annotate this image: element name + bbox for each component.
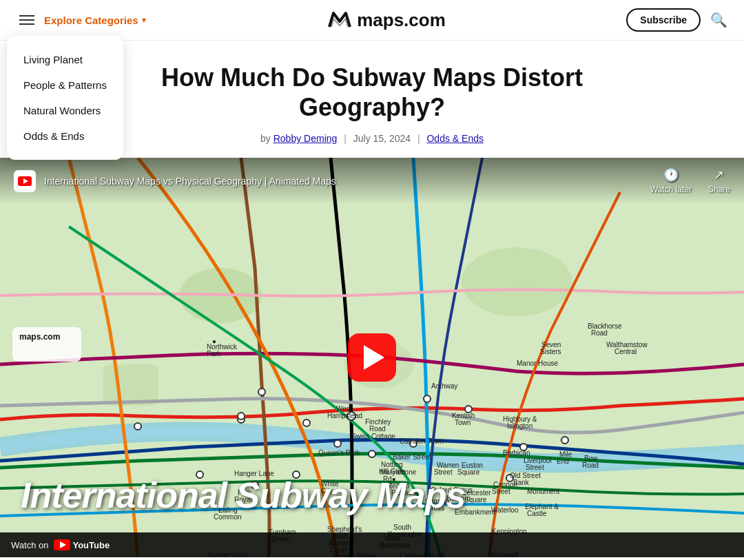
- svg-text:Barbican: Barbican: [503, 449, 530, 457]
- svg-text:Islington: Islington: [507, 422, 533, 430]
- watch-later-icon: 🕐: [663, 167, 679, 183]
- logo-icon: [327, 9, 353, 31]
- svg-text:Park: Park: [207, 350, 222, 357]
- video-title-text: International Subway Maps vs Physical Ge…: [44, 176, 336, 187]
- svg-point-12: [369, 450, 375, 457]
- site-logo[interactable]: maps.com: [327, 9, 446, 31]
- svg-text:Street: Street: [492, 488, 510, 495]
- svg-text:Manor House: Manor House: [517, 360, 558, 367]
- article-title: How Much Do Subway Maps Distort Geograph…: [138, 63, 606, 122]
- video-container: Northwick Park ● West Hampstead Finchley…: [0, 158, 744, 557]
- dropdown-item-living-planet[interactable]: Living Planet: [7, 47, 123, 72]
- svg-text:●: ●: [212, 338, 216, 345]
- share-label: Share: [708, 185, 730, 194]
- svg-text:Waterloo: Waterloo: [491, 506, 519, 514]
- header: Explore Categories ▾ Living Planet Peopl…: [0, 0, 744, 41]
- watch-bar: Watch on YouTube: [0, 532, 744, 557]
- svg-point-2: [462, 247, 572, 316]
- search-icon: 🔍: [710, 12, 727, 28]
- watch-on-text: Watch on: [11, 540, 48, 550]
- svg-point-6: [258, 388, 265, 395]
- svg-text:Street: Street: [526, 464, 544, 471]
- meta-separator: |: [344, 133, 347, 144]
- svg-point-20: [561, 437, 568, 444]
- article-meta: by Robby Deming | July 15, 2024 | Odds &…: [138, 133, 606, 144]
- chevron-down-icon: ▾: [142, 16, 146, 25]
- svg-text:Queen's Park: Queen's Park: [318, 449, 360, 457]
- svg-text:Baker Street: Baker Street: [393, 453, 431, 461]
- svg-point-8: [303, 419, 310, 426]
- video-actions: 🕐 Watch later ↗ Share: [650, 167, 730, 194]
- play-triangle-icon: [364, 345, 384, 370]
- svg-text:Central: Central: [614, 348, 637, 355]
- subscribe-button[interactable]: Subscribe: [626, 8, 701, 32]
- watch-later-action[interactable]: 🕐 Watch later: [650, 167, 692, 194]
- by-label: by: [260, 133, 273, 144]
- explore-label: Explore Categories: [44, 14, 138, 26]
- dropdown-item-odds-ends[interactable]: Odds & Ends: [7, 123, 123, 149]
- svg-text:maps.com: maps.com: [19, 332, 60, 342]
- svg-text:Road: Road: [369, 425, 386, 433]
- svg-point-18: [134, 423, 141, 430]
- meta-separator-2: |: [417, 133, 420, 144]
- header-left: Explore Categories ▾: [17, 12, 146, 28]
- svg-text:Swiss Cottage: Swiss Cottage: [351, 433, 395, 440]
- video-top-bar: International Subway Maps vs Physical Ge…: [0, 158, 744, 204]
- video-thumbnail[interactable]: Northwick Park ● West Hampstead Finchley…: [0, 158, 744, 557]
- dropdown-item-people-patterns[interactable]: People & Patterns: [7, 72, 123, 98]
- video-bottom-title: International Subway Maps: [21, 475, 465, 516]
- svg-text:Square: Square: [464, 496, 487, 504]
- svg-text:Hampstead: Hampstead: [327, 412, 362, 419]
- svg-point-7: [424, 395, 431, 402]
- article-date: July 15, 2024: [353, 133, 411, 144]
- hamburger-icon[interactable]: [17, 12, 37, 28]
- svg-text:Monument: Monument: [527, 488, 559, 495]
- video-title-area: International Subway Maps vs Physical Ge…: [14, 170, 336, 192]
- svg-point-11: [334, 440, 341, 447]
- svg-text:Road: Road: [591, 329, 608, 337]
- category-link[interactable]: Odds & Ends: [426, 133, 484, 144]
- youtube-wordmark: YouTube: [72, 540, 110, 550]
- categories-dropdown: Living Planet People & Patterns Natural …: [7, 36, 123, 160]
- svg-point-17: [238, 413, 245, 419]
- search-button[interactable]: 🔍: [710, 12, 727, 28]
- svg-text:End: End: [557, 457, 569, 465]
- author-link[interactable]: Robby Deming: [273, 133, 338, 144]
- share-action[interactable]: ↗ Share: [708, 167, 730, 194]
- share-icon: ↗: [714, 167, 724, 183]
- svg-text:Town: Town: [455, 419, 471, 426]
- svg-text:Camden Town: Camden Town: [400, 437, 444, 445]
- header-right: Subscribe 🔍: [626, 8, 727, 32]
- youtube-play-icon: [54, 539, 70, 550]
- svg-text:Sisters: Sisters: [540, 348, 561, 355]
- watch-later-label: Watch later: [650, 185, 692, 194]
- svg-rect-4: [103, 364, 158, 406]
- explore-categories-button[interactable]: Explore Categories ▾: [44, 14, 146, 26]
- youtube-play-triangle: [60, 541, 66, 548]
- svg-text:Bank: Bank: [513, 479, 530, 486]
- svg-text:Archway: Archway: [431, 382, 457, 390]
- svg-text:Castle: Castle: [527, 510, 547, 517]
- svg-text:Road: Road: [582, 462, 599, 469]
- logo-text: maps.com: [357, 10, 446, 31]
- youtube-logo-bar[interactable]: YouTube: [54, 539, 110, 550]
- play-button[interactable]: [348, 333, 396, 382]
- youtube-logo-small: [14, 170, 36, 192]
- dropdown-item-natural-wonders[interactable]: Natural Wonders: [7, 98, 123, 123]
